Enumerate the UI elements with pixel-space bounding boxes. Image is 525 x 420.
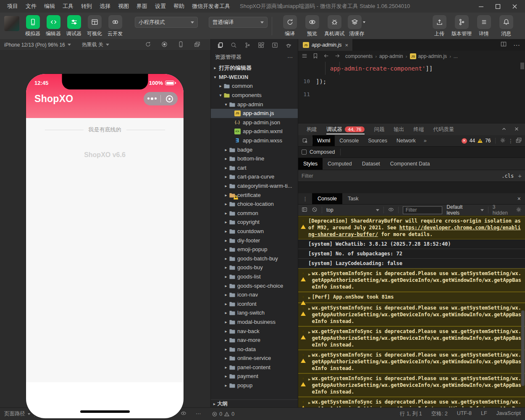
add-style-icon[interactable]: + xyxy=(518,172,522,179)
grid-icon[interactable] xyxy=(255,42,268,48)
console-settings-icon[interactable] xyxy=(516,207,522,214)
statusbar-seg-4[interactable]: JavaScript xyxy=(496,410,521,417)
console-scrollbar[interactable] xyxy=(521,310,525,386)
maximize-icon[interactable] xyxy=(492,2,503,11)
more-icon[interactable]: ⋯ xyxy=(287,54,294,60)
tree-folder-common[interactable]: ▸common xyxy=(211,209,298,218)
swindow-icon[interactable] xyxy=(268,42,282,48)
statusbar-seg-0[interactable]: 行 1, 列 1 xyxy=(400,410,422,417)
tree-folder-lang-switch[interactable]: ▸lang-switch xyxy=(211,308,298,318)
debug-tab-1[interactable]: 调试器44, 76 xyxy=(322,123,369,135)
forward-arrow-icon[interactable] xyxy=(334,53,340,60)
tree-folder-nav-back[interactable]: ▸nav-back xyxy=(211,326,298,336)
minimize-icon[interactable] xyxy=(475,2,486,11)
breadcrumb-item-2[interactable]: app-admin.js xyxy=(418,53,447,59)
tree-folder-cart-para-curve[interactable]: ▸cart-para-curve xyxy=(211,172,298,181)
avatar[interactable] xyxy=(4,16,19,31)
debug-tab-4[interactable]: 终端 xyxy=(409,123,428,135)
teapot-icon[interactable] xyxy=(282,42,296,48)
close-icon[interactable] xyxy=(509,2,520,11)
tree-folder-online-service[interactable]: ▸online-service xyxy=(211,354,298,363)
outline-section[interactable]: ▸ 大纲 xyxy=(211,399,298,407)
tree-folder-countdown[interactable]: ▸countdown xyxy=(211,227,298,236)
branch-icon[interactable] xyxy=(241,42,255,48)
menu-item-6[interactable]: 视图 xyxy=(114,0,133,13)
menu-item-1[interactable]: 文件 xyxy=(22,0,40,13)
tree-folder-goods-buy[interactable]: ▸goods-buy xyxy=(211,263,298,272)
debug-tab-3[interactable]: 输出 xyxy=(389,123,408,135)
hidden-count[interactable]: 3 hidden xyxy=(493,204,512,216)
back-arrow-icon[interactable] xyxy=(323,53,329,60)
capsule-close-button[interactable] xyxy=(161,95,178,102)
code-editor[interactable]: app-admin-create-component']]10]);11 xyxy=(298,62,525,123)
tree-folder-payment[interactable]: ▸payment xyxy=(211,372,298,381)
debug-tab-5[interactable]: 代码质量 xyxy=(429,123,458,135)
devtools-tab-network[interactable]: Network xyxy=(392,135,420,146)
compile-select[interactable]: 普通编译 xyxy=(209,17,268,28)
console-tab-task[interactable]: Task xyxy=(342,193,364,204)
more-icon[interactable]: ⋯ xyxy=(196,410,201,417)
split-editor-icon[interactable] xyxy=(501,41,507,49)
mode-select[interactable]: 小程序模式 xyxy=(135,17,198,28)
menu-item-0[interactable]: 项目 xyxy=(3,0,22,13)
tree-folder-goods-list[interactable]: ▸goods-list xyxy=(211,272,298,281)
devtools-tab-console[interactable]: Console xyxy=(335,135,363,146)
close-icon[interactable]: × xyxy=(517,195,525,202)
expand-arrow-icon[interactable]: ▶ xyxy=(308,352,310,372)
devtools-tab-sources[interactable]: Sources xyxy=(363,135,392,146)
search-icon[interactable] xyxy=(227,42,241,48)
expand-arrow-icon[interactable]: ▶ xyxy=(308,305,310,325)
editor-tab[interactable]: JS app-admin.js × xyxy=(298,39,352,51)
tree-folder-goods-batch-buy[interactable]: ▸goods-batch-buy xyxy=(211,254,298,263)
tree-folder-iconfont[interactable]: ▸iconfont xyxy=(211,299,298,308)
kebab-menu-icon[interactable]: ⋮ xyxy=(298,196,312,202)
toolbar-button-branch[interactable]: 版本管理 xyxy=(451,15,472,37)
error-count[interactable]: 44 xyxy=(470,138,475,144)
styles-tab-computed[interactable]: Computed xyxy=(323,158,357,170)
menu-item-4[interactable]: 转到 xyxy=(77,0,96,13)
log-levels-select[interactable]: Default levels xyxy=(446,204,483,216)
toolbar-button-eye[interactable]: 预览 xyxy=(301,15,323,37)
tree-folder-modal-business[interactable]: ▸modal-business xyxy=(211,318,298,327)
record-icon[interactable] xyxy=(161,41,168,49)
tree-section-[interactable]: ▸打开的编辑器 xyxy=(211,63,298,73)
tree-folder-icon-nav[interactable]: ▸icon-nav xyxy=(211,290,298,299)
capsule-more-button[interactable] xyxy=(144,97,160,100)
toolbar-button-cloud[interactable]: 云开发 xyxy=(105,15,125,37)
tree-file-app-adminjs[interactable]: JSapp-admin.js xyxy=(211,109,298,118)
tree-folder-bottom-line[interactable]: ▸bottom-line xyxy=(211,154,298,163)
devtools-tab-wxml[interactable]: Wxml xyxy=(312,135,335,146)
warning-count[interactable]: 76 xyxy=(485,138,491,144)
expand-arrow-icon[interactable]: ▶ xyxy=(308,399,310,407)
toolbar-button-code[interactable]: 编辑器 xyxy=(43,15,63,37)
toolbar-button-bug[interactable]: 真机调试 xyxy=(323,15,345,37)
tree-folder-choice-location[interactable]: ▸choice-location xyxy=(211,200,298,209)
more-icon[interactable]: ⋯ xyxy=(513,41,520,49)
tree-file-app-adminwxml[interactable]: <>app-admin.wxml xyxy=(211,127,298,136)
menu-item-3[interactable]: 工具 xyxy=(59,0,77,13)
windows-icon[interactable] xyxy=(194,41,200,49)
console-filter-input[interactable] xyxy=(406,207,440,213)
problems-summary[interactable]: 0 0 xyxy=(212,411,234,417)
tree-folder-copyright[interactable]: ▸copyright xyxy=(211,218,298,227)
breadcrumb-item-1[interactable]: app-admin xyxy=(379,53,403,59)
menu-item-2[interactable]: 编辑 xyxy=(40,0,59,13)
breadcrumb-item-3[interactable]: ... xyxy=(454,53,458,59)
collapse-panel-icon[interactable] xyxy=(501,126,507,133)
dock-side-icon[interactable] xyxy=(516,137,522,144)
toolbar-button-layers[interactable]: 清缓存 xyxy=(346,15,368,37)
statusbar-seg-1[interactable]: 空格: 2 xyxy=(431,410,448,417)
toolbar-button-refresh[interactable]: 编译 xyxy=(279,15,301,37)
kebab-menu-icon[interactable]: ⋮ xyxy=(508,138,514,144)
tree-folder-cart[interactable]: ▸cart xyxy=(211,163,298,173)
rotate-icon[interactable] xyxy=(145,41,151,49)
console-tab-console[interactable]: Console xyxy=(312,193,342,204)
more-tabs-icon[interactable]: » xyxy=(420,138,430,144)
expand-arrow-icon[interactable]: ▶ xyxy=(308,294,310,301)
menu-item-8[interactable]: 设置 xyxy=(151,0,170,13)
close-panel-icon[interactable] xyxy=(514,126,519,133)
tab-close-icon[interactable]: × xyxy=(345,42,349,48)
preview-eye-icon[interactable] xyxy=(181,410,186,417)
editor-scrollbar[interactable] xyxy=(520,63,524,69)
tree-folder-diy-footer[interactable]: ▸diy-footer xyxy=(211,236,298,245)
